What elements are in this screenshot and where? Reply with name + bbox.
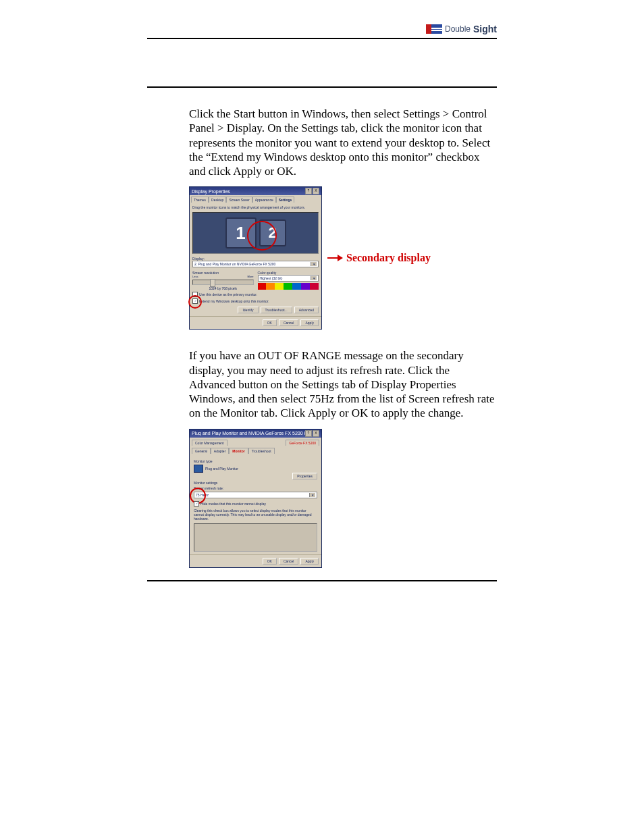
resolution-slider[interactable] [192, 280, 254, 285]
dialog2-footer: OK Cancel Apply [190, 554, 321, 567]
window-controls: ? X [305, 188, 319, 194]
dialog2-titlebar: Plug and Play Monitor and NVIDIA GeForce… [190, 429, 321, 438]
primary-monitor-checkbox[interactable] [192, 292, 198, 297]
monitor-type-value: Plug and Play Monitor [205, 467, 238, 471]
refresh-rate-label: Screen refresh rate: [194, 486, 317, 490]
mid-buttons: Identify Troubleshoot... Advanced [192, 307, 319, 313]
tab-adapter[interactable]: Adapter [211, 448, 230, 454]
screen-res-group: Screen resolution Less More 1024 by 768 … [192, 269, 254, 290]
dialog-tabs: Themes Desktop Screen Saver Appearance S… [190, 195, 321, 203]
tab-screensaver[interactable]: Screen Saver [226, 197, 252, 203]
monitor-1-icon[interactable]: 1 [225, 217, 257, 249]
dialog-title: Display Properties [192, 189, 230, 194]
hide-modes-row: ✓ Hide modes that this monitor cannot di… [194, 501, 317, 506]
color-quality-group: Color quality Highest (32 bit) ▾ [258, 269, 319, 290]
extend-desktop-label: Extend my Windows desktop onto this moni… [199, 299, 269, 303]
monitor-icon [194, 465, 203, 473]
hide-modes-label: Hide modes that this monitor cannot disp… [200, 502, 266, 506]
help-button[interactable]: ? [305, 430, 312, 437]
display-select[interactable]: 2. Plug and Play Monitor on NVIDIA GeFor… [192, 261, 319, 267]
tab-color-management[interactable]: Color Management [192, 440, 227, 446]
color-gradient-bar [258, 283, 319, 290]
window-controls: ? X [305, 430, 319, 437]
dialog2-body: Monitor type Plug and Play Monitor Prope… [190, 454, 321, 554]
color-quality-select[interactable]: Highest (32 bit) ▾ [258, 275, 319, 282]
tab-troubleshoot[interactable]: Troubleshoot [248, 448, 275, 454]
extend-desktop-checkbox[interactable]: ✓ [192, 298, 198, 304]
secondary-display-label: Secondary display [346, 252, 431, 264]
properties-button[interactable]: Properties [292, 473, 317, 479]
tab-appearance[interactable]: Appearance [252, 197, 276, 203]
arrow-line-icon [327, 257, 342, 259]
brand-flag-icon [426, 24, 442, 34]
resolution-value: 1024 by 768 pixels [192, 286, 254, 290]
chevron-down-icon: ▾ [309, 493, 315, 497]
drag-hint: Drag the monitor icons to match the phys… [192, 205, 319, 209]
close-button[interactable]: X [313, 188, 319, 194]
primary-monitor-label: Use this device as the primary monitor. [199, 292, 257, 296]
outofrange-paragraph: If you have an OUT OF RANGE message on t… [189, 348, 497, 420]
brand-text-suffix: Sight [473, 24, 497, 34]
tab-monitor[interactable]: Monitor [229, 448, 248, 454]
apply-button[interactable]: Apply [300, 558, 319, 565]
chevron-down-icon: ▾ [311, 276, 317, 280]
monitor-2-label: 2 [268, 224, 276, 242]
annotation-arrow: Secondary display [327, 252, 431, 264]
slider-labels: Less More [192, 275, 254, 278]
dialog-footer: OK Cancel Apply [190, 316, 321, 329]
section-rule-bottom [147, 580, 497, 581]
document-page: DoubleSight Click the Start button in Wi… [0, 0, 644, 608]
svg-rect-2 [431, 28, 442, 29]
page-header: DoubleSight [147, 20, 497, 39]
slider-less: Less [192, 275, 198, 278]
tab-themes[interactable]: Themes [191, 197, 209, 203]
dialog2-title: Plug and Play Monitor and NVIDIA GeForce… [192, 431, 305, 436]
monitor-type-label: Monitor type [194, 459, 317, 463]
monitor-settings-label: Monitor settings [194, 481, 317, 485]
intro-paragraph: Click the Start button in Windows, then … [189, 107, 497, 178]
dialog2-tabs-row2: General Adapter Monitor Troubleshoot [190, 446, 321, 454]
cancel-button[interactable]: Cancel [279, 319, 299, 326]
dialog-body: Drag the monitor icons to match the phys… [190, 203, 321, 316]
monitor-2-icon[interactable]: 2 [259, 219, 286, 246]
dialog-titlebar: Display Properties ? X [190, 187, 321, 195]
tab-general[interactable]: General [192, 448, 211, 454]
monitor-type-row: Plug and Play Monitor [194, 465, 317, 473]
dialog2-tabs-row1: Color Management GeForce FX 5200 [190, 438, 321, 446]
ok-button[interactable]: OK [263, 319, 277, 326]
cancel-button[interactable]: Cancel [279, 558, 299, 565]
monitor-properties-dialog: Plug and Play Monitor and NVIDIA GeForce… [189, 429, 322, 568]
tab-settings[interactable]: Settings [276, 197, 295, 203]
close-button[interactable]: X [313, 430, 319, 437]
apply-button[interactable]: Apply [300, 319, 319, 326]
hide-modes-checkbox[interactable]: ✓ [194, 501, 199, 506]
refresh-rate-select[interactable]: 75 Hertz ▾ [194, 492, 317, 498]
monitor-arrangement-area[interactable]: 1 2 [192, 212, 319, 254]
display-properties-dialog: Display Properties ? X Themes Desktop Sc… [189, 186, 322, 330]
svg-rect-3 [431, 30, 442, 31]
settings-row: Screen resolution Less More 1024 by 768 … [192, 269, 319, 290]
empty-panel [194, 523, 317, 552]
refresh-rate-value: 75 Hertz [196, 493, 209, 497]
troubleshoot-button[interactable]: Troubleshoot... [261, 307, 292, 313]
hide-modes-note: Clearing this check box allows you to se… [194, 509, 317, 521]
color-quality-value: Highest (32 bit) [260, 276, 283, 280]
help-button[interactable]: ? [305, 188, 312, 194]
tab-desktop[interactable]: Desktop [209, 197, 226, 203]
advanced-button[interactable]: Advanced [294, 307, 319, 313]
brand-logo: DoubleSight [426, 24, 497, 34]
tab-geforce[interactable]: GeForce FX 5200 [286, 440, 319, 446]
ok-button[interactable]: OK [263, 558, 277, 565]
extend-desktop-checkbox-row: ✓ Extend my Windows desktop onto this mo… [192, 298, 319, 304]
svg-rect-0 [426, 24, 431, 34]
primary-monitor-checkbox-row: Use this device as the primary monitor. [192, 292, 319, 297]
slider-thumb[interactable] [210, 279, 215, 287]
figure-display-properties: Display Properties ? X Themes Desktop Sc… [189, 186, 644, 330]
section-rule-top [147, 86, 497, 88]
display-select-value: 2. Plug and Play Monitor on NVIDIA GeFor… [194, 262, 275, 266]
brand-text-prefix: Double [445, 24, 471, 34]
chevron-down-icon: ▾ [311, 262, 317, 266]
identify-button[interactable]: Identify [238, 307, 258, 313]
slider-more: More [247, 275, 253, 278]
